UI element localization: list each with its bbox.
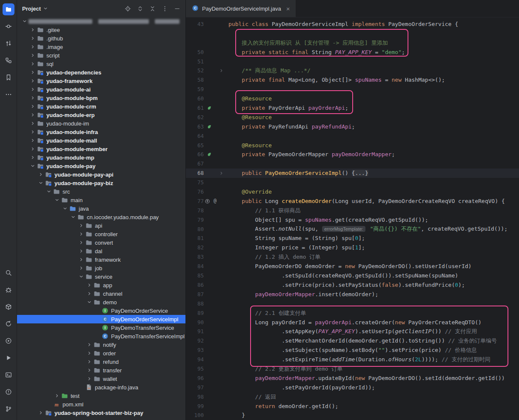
tree-item-controller[interactable]: controller (17, 230, 185, 238)
pull-requests-icon[interactable] (3, 37, 14, 49)
chevron-down-icon[interactable] (77, 274, 85, 280)
chevron-right-icon[interactable] (29, 52, 37, 58)
kebab-menu-icon[interactable] (160, 4, 169, 13)
chevron-down-icon[interactable] (61, 206, 69, 211)
coverage-icon[interactable] (3, 335, 14, 347)
fold-chevron-icon[interactable] (219, 68, 224, 74)
code-text[interactable]: .setExpireTime(addTime(Duration.ofHours(… (228, 355, 490, 364)
chevron-right-icon[interactable] (85, 367, 93, 373)
chevron-right-icon[interactable] (77, 265, 85, 271)
code-text[interactable]: // 1.1 获得商品 (228, 206, 300, 215)
chevron-right-icon[interactable] (37, 410, 45, 416)
locate-icon[interactable] (123, 4, 132, 13)
tree-item-paydemoorderserviceimpl[interactable]: CPayDemoOrderServiceImpl (17, 315, 185, 323)
tree-item-yudao-framework[interactable]: yudao-framework (17, 77, 185, 85)
implementing-method-icon[interactable] (205, 198, 210, 204)
structure-icon[interactable] (3, 54, 14, 66)
tree-item-framework[interactable]: framework (17, 255, 185, 264)
commit-icon[interactable] (3, 20, 14, 32)
chevron-right-icon[interactable] (37, 171, 45, 177)
search-icon[interactable] (3, 267, 14, 279)
problems-icon[interactable] (3, 386, 14, 398)
tree-item-yudao-module-infra[interactable]: yudao-module-infra (17, 128, 185, 136)
tree-item-yudao-module-pay[interactable]: yudao-module-pay (17, 162, 185, 170)
tree-item-github[interactable]: .github (17, 34, 185, 43)
tree-item-refund[interactable]: refund (17, 357, 185, 366)
collapse-all-icon[interactable] (148, 4, 157, 13)
chevron-down-icon[interactable] (69, 214, 77, 220)
code-text[interactable]: public PayDemoOrderServiceImpl() {...} (228, 169, 368, 178)
tree-item-api[interactable]: api (17, 221, 185, 230)
tree-item-convert[interactable]: convert (17, 238, 185, 247)
tree-item-yudao-dependencies[interactable]: yudao-dependencies (17, 68, 185, 77)
code-text[interactable]: payDemoOrderMapper.insert(demoOrder); (228, 290, 378, 299)
chevron-right-icon[interactable] (29, 103, 37, 109)
tree-item-demo[interactable]: demo (17, 298, 185, 306)
code-text[interactable]: .setPayOrderId(payOrderId)); (228, 383, 375, 392)
tree-item-yudao-module-pay-api[interactable]: yudao-module-pay-api (17, 170, 185, 179)
chevron-right-icon[interactable] (77, 257, 85, 263)
code-text[interactable]: Integer price = (Integer) spu[1]; (228, 243, 365, 252)
code-text[interactable]: Assert.notNull(spu, errorMsgTemplate: "商… (228, 224, 508, 234)
code-text[interactable]: String spuName = (String) spu[0]; (228, 234, 365, 243)
chevron-right-icon[interactable] (29, 35, 37, 41)
tree-item-pom-xml[interactable]: mpom.xml (17, 400, 185, 409)
tree-item-order[interactable]: order (17, 349, 185, 357)
code-text[interactable]: @Resource (228, 113, 272, 122)
tree-item-cn-iocoder-yudao-module-pay[interactable]: cn.iocoder.yudao.module.pay (17, 213, 185, 221)
tree-item-yudao-module-pay-biz[interactable]: yudao-module-pay-biz (17, 179, 185, 187)
chevron-right-icon[interactable] (29, 137, 37, 143)
tree-item-script[interactable]: script (17, 51, 185, 60)
code-text[interactable]: .setMerchantOrderId(demoOrder.getId().to… (228, 336, 497, 346)
chevron-right-icon[interactable] (29, 154, 37, 160)
code-text[interactable]: @Override (228, 187, 272, 197)
chevron-right-icon[interactable] (29, 146, 37, 152)
code-text[interactable]: private PayOrderApi payOrderApi; (228, 103, 348, 113)
chevron-right-icon[interactable] (85, 350, 93, 356)
chevron-right-icon[interactable] (29, 69, 37, 75)
code-text[interactable]: Long payOrderId = payOrderApi.createOrde… (228, 318, 482, 327)
tree-item-channel[interactable]: channel (17, 289, 185, 298)
chevron-right-icon[interactable] (85, 291, 93, 297)
project-panel-title[interactable]: Project (22, 6, 41, 12)
git-branch-icon[interactable] (3, 403, 14, 415)
chevron-right-icon[interactable] (29, 61, 37, 67)
tree-item-sql[interactable]: sql (17, 60, 185, 68)
code-text[interactable]: public Long createDemoOrder(Long userId,… (228, 197, 505, 206)
tree-item-dal[interactable]: dal (17, 247, 185, 255)
chevron-right-icon[interactable] (85, 376, 93, 382)
code-text[interactable]: @Resource (228, 141, 272, 150)
spring-bean-icon[interactable] (206, 105, 212, 111)
code-text[interactable]: 接入的支付应用标识 从 [支付管理 -> 应用信息] 里添加 (228, 38, 388, 48)
chevron-down-icon[interactable] (53, 197, 61, 203)
close-icon[interactable]: × (286, 6, 290, 12)
chevron-right-icon[interactable] (77, 231, 85, 237)
tab-paydemoorderserviceimpl-java[interactable]: C PayDemoOrderServiceImpl.java × (186, 0, 296, 17)
chevron-down-icon[interactable] (20, 18, 29, 24)
tree-item-java[interactable]: java (17, 204, 185, 213)
chevron-right-icon[interactable] (53, 393, 61, 399)
tree-item-image[interactable]: .image (17, 43, 185, 51)
more-icon[interactable] (3, 89, 14, 100)
code-text[interactable]: // 2.1 创建支付单 (228, 309, 306, 318)
tree-item-service[interactable]: service (17, 272, 185, 281)
tree-item-yudao-module-crm[interactable]: yudao-module-crm (17, 102, 185, 111)
code-text[interactable]: private final Map<Long, Object[]> spuNam… (228, 75, 445, 85)
chevron-down-icon[interactable] (43, 6, 48, 11)
chevron-right-icon[interactable] (85, 342, 93, 348)
tree-item-yudao-module-bpm[interactable]: yudao-module-bpm (17, 94, 185, 102)
expand-all-icon[interactable] (136, 4, 144, 13)
code-text[interactable]: payDemoOrderMapper.updateById(new PayDem… (228, 374, 505, 383)
code-area[interactable]: 43public class PayDemoOrderServiceImpl i… (186, 17, 519, 420)
code-text[interactable]: .setAppKey(PAY_APP_KEY).setUserIp(getCli… (228, 327, 477, 336)
tree-item-src[interactable]: src (17, 187, 185, 196)
chevron-right-icon[interactable] (29, 86, 37, 92)
chevron-down-icon[interactable] (37, 180, 45, 186)
code-text[interactable]: public class PayDemoOrderServiceImpl imp… (228, 20, 458, 29)
run-icon[interactable] (3, 352, 14, 364)
services-icon[interactable] (3, 318, 14, 330)
tree-item-package-info-java[interactable]: package-info.java (17, 383, 185, 391)
code-text[interactable]: @Resource (228, 94, 272, 103)
code-text[interactable]: /** 商品信息 Map ...*/ (228, 66, 311, 75)
code-text[interactable]: Object[] spu = spuNames.get(createReqVO.… (228, 215, 428, 225)
